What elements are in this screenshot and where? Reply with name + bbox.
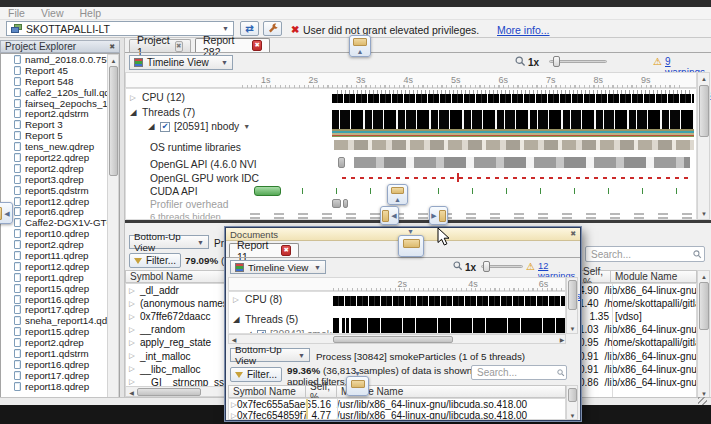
module-row[interactable]: 0.91 /lib/x86_64-linux-gnu/libc — [579, 349, 696, 362]
tree-scrollbar-thumb[interactable] — [109, 66, 118, 176]
module-row[interactable]: 0.95 /home/skottapalli/gitlab/l — [579, 336, 696, 349]
project-file-item[interactable]: report15.qdrep — [1, 326, 119, 337]
project-file-item[interactable]: report12.qdrep — [1, 261, 119, 272]
project-file-item[interactable]: report2.qdrep — [1, 239, 119, 250]
close-window-icon[interactable]: ✖ — [570, 230, 576, 238]
filter-button[interactable]: Filter... — [230, 367, 282, 382]
tab-project-1[interactable]: Project 1 ✖ — [129, 39, 191, 52]
row-cuda-api[interactable]: CUDA API — [150, 186, 198, 197]
timeline-scrollbar[interactable]: ▼ — [566, 277, 578, 334]
project-file-item[interactable]: report6.qdrep — [1, 206, 119, 217]
scroll-down-icon[interactable]: ▼ — [699, 209, 709, 219]
scroll-left-icon[interactable]: ◀ — [230, 336, 238, 343]
hscrollbar-thumb[interactable] — [137, 388, 201, 396]
symbol-row[interactable]: ▷ 0x7fec654859f7 4.77 /usr/lib/x86_64-li… — [229, 410, 565, 420]
row-thread-nbody[interactable]: ◢✔[20591] nbody▼ — [148, 121, 250, 132]
project-file-item[interactable]: report11.qdrep — [1, 250, 119, 261]
scroll-up-icon[interactable]: ▲ — [699, 74, 709, 84]
scrollbar-thumb[interactable] — [568, 388, 577, 402]
pane-splitter[interactable] — [125, 220, 711, 223]
events-view-selector[interactable]: Bottom-Up View ▼ — [230, 348, 310, 362]
project-file-item[interactable]: tens_new.qdrep — [1, 141, 119, 152]
module-row[interactable]: 1.03 /lib/x86_64-linux-gnu/libc — [579, 323, 696, 336]
zoom-slider-thumb[interactable] — [483, 261, 490, 272]
target-machine-select[interactable]: SKOTTAPALLI-LT ▼ — [6, 21, 234, 36]
row-threads[interactable]: ◢Threads (7) — [130, 107, 195, 118]
row-opengl-api[interactable]: OpenGL API (4.6.0 NVI — [150, 159, 257, 170]
scrollbar-thumb[interactable] — [568, 280, 577, 310]
view-selector-dropdown[interactable]: Timeline View ▼ — [129, 55, 233, 70]
search-input[interactable] — [585, 246, 705, 262]
project-file-item[interactable]: sneha_report14.qdr... — [1, 315, 119, 326]
symbol-name-header[interactable]: Symbol Name — [228, 385, 306, 398]
module-row[interactable]: 1.35 [vdso] — [579, 310, 696, 323]
menu-view[interactable]: View — [41, 7, 64, 19]
menu-file[interactable]: File — [8, 7, 25, 19]
project-file-item[interactable]: Caffe2-DGX1V-GTC... — [1, 217, 119, 228]
close-tab-icon[interactable]: ✖ — [252, 40, 262, 51]
project-file-item[interactable]: fairseq_2epochs_16... — [1, 98, 119, 109]
row-threads[interactable]: ◢Threads (5) — [233, 314, 298, 325]
project-file-item[interactable]: report1.qdrep — [1, 272, 119, 283]
hscrollbar-thumb[interactable] — [333, 336, 453, 343]
scroll-up-icon[interactable]: ▲ — [699, 272, 709, 281]
project-file-item[interactable]: report2.qdrep — [1, 163, 119, 174]
resize-grip[interactable] — [698, 397, 707, 405]
timeline-scrollbar-thumb[interactable] — [699, 85, 709, 137]
project-file-item[interactable]: report2.qdrep — [1, 337, 119, 348]
scroll-left-icon[interactable]: ◀ — [127, 388, 136, 396]
project-file-item[interactable]: Report 548 — [1, 76, 119, 87]
checkbox-checked-icon[interactable]: ✔ — [160, 122, 170, 132]
module-scrollbar-thumb[interactable] — [699, 282, 709, 330]
module-name-header[interactable]: Module Name — [336, 385, 566, 398]
project-file-item[interactable]: report15.qdrep — [1, 283, 119, 294]
close-tab-icon[interactable]: ✖ — [281, 245, 291, 256]
project-file-item[interactable]: report5.qdstrm — [1, 185, 119, 196]
project-file-item[interactable]: report10.qdrep — [1, 228, 119, 239]
project-file-item[interactable]: report12.qdrep — [1, 196, 119, 207]
symbol-row[interactable]: ▷ 0x7fec655a5ae6 5.16 /usr/lib/x86_64-li… — [229, 399, 565, 410]
project-file-item[interactable]: report1.qdstrm — [1, 348, 119, 359]
scroll-up-icon[interactable]: ▲ — [109, 56, 118, 65]
scroll-down-icon[interactable]: ▼ — [568, 325, 577, 333]
row-os-runtime[interactable]: OS runtime libraries — [150, 142, 241, 153]
project-file-item[interactable]: report16.qdrep — [1, 294, 119, 305]
self-pct-header[interactable]: Self, % — [305, 385, 337, 398]
project-file-item[interactable]: namd_2018.0.0.759... — [1, 54, 119, 65]
project-file-item[interactable]: Report 5 — [1, 130, 119, 141]
module-row[interactable]: 4.90 /lib/x86_64-linux-gnu/libc — [579, 284, 696, 297]
table-scrollbar[interactable]: ▼ — [566, 385, 578, 420]
row-hidden-threads[interactable]: 6 threads hidden... — [150, 211, 229, 220]
scroll-right-icon[interactable]: ▶ — [558, 336, 566, 343]
project-file-item[interactable]: report22.qdrep — [1, 152, 119, 163]
row-cpu[interactable]: ▷CPU (12) — [130, 92, 185, 103]
project-file-item[interactable]: report3.qdrep — [1, 174, 119, 185]
search-input[interactable] — [471, 365, 567, 380]
project-file-item[interactable]: report17.qdrep — [1, 304, 119, 315]
project-file-item[interactable]: Report 45 — [1, 65, 119, 76]
module-name-header[interactable]: Module Name — [610, 270, 697, 283]
project-file-item[interactable]: caffe2_120s_full.qdr... — [1, 87, 119, 98]
scroll-down-icon[interactable]: ▼ — [568, 412, 577, 420]
module-row[interactable]: 0.86 /lib/x86_64-linux-gnu/libc — [579, 376, 696, 389]
timeline-hscrollbar[interactable]: ◀ ▶ — [228, 334, 566, 344]
tab-report-11[interactable]: Report 11 ✖ — [229, 243, 299, 257]
project-file-item[interactable]: report16.qdrep — [1, 359, 119, 370]
row-opengl-gpu[interactable]: OpenGL GPU work IDC — [150, 173, 259, 184]
row-cpu[interactable]: ▷CPU (8) — [233, 294, 282, 305]
timeline-scrollbar[interactable]: ▲ ▼ — [697, 72, 710, 220]
module-row[interactable]: 1.40 /home/skottapalli/gitlab/l — [579, 297, 696, 310]
menu-help[interactable]: Help — [80, 7, 102, 19]
zoom-slider-thumb[interactable] — [553, 56, 560, 67]
settings-button[interactable] — [263, 21, 282, 36]
module-table-scrollbar[interactable]: ▲ ▼ — [697, 270, 710, 399]
module-row[interactable]: 0.91 /lib/x86_64-linux-gnu/libc — [579, 363, 696, 376]
filter-button[interactable]: Filter... — [129, 253, 181, 268]
project-file-item[interactable]: report17.qdrep — [1, 370, 119, 381]
row-profiler-overhead[interactable]: Profiler overhead — [150, 199, 228, 210]
events-view-selector[interactable]: Bottom-Up View ▼ — [129, 235, 209, 249]
project-file-item[interactable]: Report 3 — [1, 119, 119, 130]
project-file-item[interactable]: report18.qdrep — [1, 381, 119, 392]
close-tab-icon[interactable]: ✖ — [175, 41, 183, 52]
project-file-item[interactable]: report2.qdstrm — [1, 108, 119, 119]
